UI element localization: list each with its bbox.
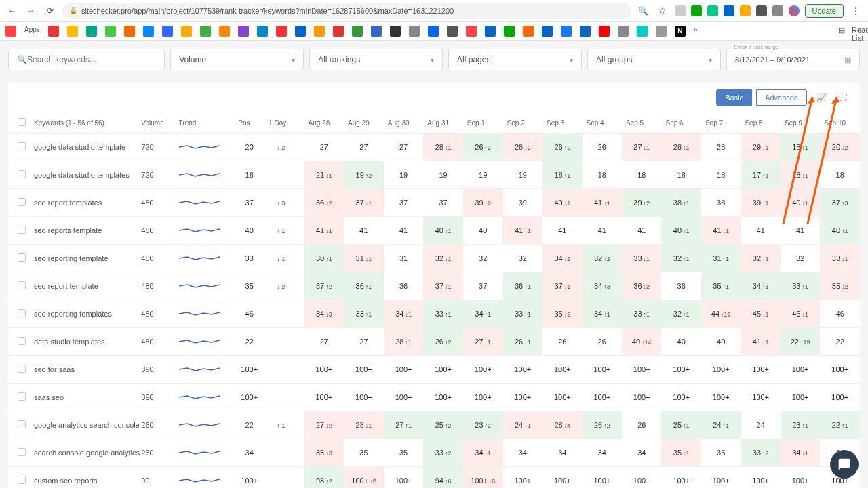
- forward-button[interactable]: →: [24, 4, 38, 18]
- keyword-cell[interactable]: data studio templates: [30, 328, 137, 356]
- bookmark-icon[interactable]: [162, 26, 173, 37]
- avatar[interactable]: [789, 5, 800, 16]
- col-date[interactable]: Sep 5: [622, 113, 661, 134]
- bookmark-icon[interactable]: [238, 26, 249, 37]
- date-range-picker[interactable]: Enter a date range 8/12/2021 – 9/10/2021…: [726, 49, 860, 70]
- bookmark-icon[interactable]: [276, 26, 287, 37]
- col-date[interactable]: Aug 28: [304, 113, 344, 134]
- bookmark-icon[interactable]: [352, 26, 363, 37]
- volume-filter[interactable]: Volume▾: [170, 49, 304, 70]
- bookmark-icon[interactable]: [637, 26, 648, 37]
- bookmark-icon[interactable]: [333, 26, 344, 37]
- groups-filter[interactable]: All groups▾: [587, 49, 721, 70]
- col-date[interactable]: Sep 9: [781, 113, 820, 134]
- col-date[interactable]: Sep 8: [741, 113, 780, 134]
- keyword-cell[interactable]: seo reporting templates: [30, 300, 137, 328]
- col-date[interactable]: Sep 7: [701, 113, 741, 134]
- bookmark-icon[interactable]: N: [675, 26, 686, 37]
- ext-icon[interactable]: [772, 5, 783, 16]
- bookmark-icon[interactable]: [181, 26, 192, 37]
- row-checkbox[interactable]: [18, 365, 26, 373]
- row-checkbox[interactable]: [18, 170, 26, 178]
- keyword-cell[interactable]: google data studio template: [30, 134, 137, 161]
- reload-button[interactable]: ⟳: [43, 4, 57, 18]
- apps-icon[interactable]: [5, 26, 16, 37]
- row-checkbox[interactable]: [18, 253, 26, 262]
- row-checkbox[interactable]: [18, 337, 26, 345]
- row-checkbox[interactable]: [18, 420, 26, 428]
- overflow-icon[interactable]: »: [694, 26, 698, 37]
- bookmark-icon[interactable]: [618, 26, 629, 37]
- row-checkbox[interactable]: [18, 198, 26, 206]
- col-date[interactable]: Aug 31: [423, 113, 462, 134]
- bookmark-icon[interactable]: [105, 26, 116, 37]
- ext-icon[interactable]: [740, 5, 751, 16]
- bookmark-icon[interactable]: [561, 26, 572, 37]
- col-trend[interactable]: Trend: [175, 113, 235, 134]
- row-checkbox[interactable]: [18, 448, 26, 456]
- ext-icon[interactable]: [675, 5, 686, 16]
- bookmark-icon[interactable]: [124, 26, 135, 37]
- bookmark-icon[interactable]: [523, 26, 534, 37]
- puzzle-icon[interactable]: [756, 5, 767, 16]
- row-checkbox[interactable]: [18, 476, 26, 484]
- bookmark-icon[interactable]: [219, 26, 230, 37]
- bookmark-icon[interactable]: [542, 26, 553, 37]
- select-all-checkbox[interactable]: [18, 118, 26, 126]
- bookmark-icon[interactable]: [656, 26, 667, 37]
- update-button[interactable]: Update: [805, 4, 844, 18]
- col-date[interactable]: Sep 2: [503, 113, 542, 134]
- col-pos[interactable]: Pos: [234, 113, 264, 134]
- bookmark-icon[interactable]: [409, 26, 420, 37]
- row-checkbox[interactable]: [18, 309, 26, 317]
- address-bar[interactable]: 🔒 sitechecker.pro/app/main/project/10775…: [62, 3, 631, 19]
- bookmark-icon[interactable]: [314, 26, 325, 37]
- keyword-cell[interactable]: custom seo reports: [30, 467, 137, 489]
- fullscreen-icon[interactable]: ⛶: [835, 90, 850, 105]
- bookmark-icon[interactable]: [257, 26, 268, 37]
- col-date[interactable]: Sep 4: [583, 113, 622, 134]
- col-date[interactable]: Aug 30: [384, 113, 423, 134]
- bookmark-icon[interactable]: [200, 26, 211, 37]
- bookmark-icon[interactable]: [485, 26, 496, 37]
- bookmark-icon[interactable]: [371, 26, 382, 37]
- bookmark-icon[interactable]: [447, 26, 458, 37]
- ext-icon[interactable]: [691, 5, 702, 16]
- col-1day[interactable]: 1 Day: [264, 113, 296, 134]
- keyword-cell[interactable]: google analytics search console: [30, 411, 137, 439]
- col-date[interactable]: Sep 1: [463, 113, 503, 134]
- ext-icon[interactable]: [724, 5, 734, 16]
- row-checkbox[interactable]: [18, 392, 26, 401]
- keyword-cell[interactable]: seo report template: [30, 272, 137, 300]
- chat-widget[interactable]: [830, 450, 859, 479]
- ext-icon[interactable]: [707, 5, 718, 16]
- rankings-filter[interactable]: All rankings▾: [309, 49, 443, 70]
- search-icon[interactable]: 🔍: [637, 4, 650, 18]
- keyword-cell[interactable]: google data studio templates: [30, 161, 137, 189]
- row-checkbox[interactable]: [18, 142, 26, 150]
- search-input[interactable]: [27, 55, 156, 64]
- chart-icon[interactable]: 📈: [814, 90, 829, 105]
- row-checkbox[interactable]: [18, 281, 26, 289]
- bookmark-icon[interactable]: [504, 26, 515, 37]
- bookmark-icon[interactable]: [428, 26, 439, 37]
- bookmark-icon[interactable]: [390, 26, 401, 37]
- keyword-cell[interactable]: search console google analytics: [30, 439, 137, 467]
- keyword-cell[interactable]: seo report templates: [30, 189, 137, 217]
- col-keywords[interactable]: Keywords (1 - 56 of 56): [30, 113, 137, 134]
- star-icon[interactable]: ☆: [656, 4, 669, 18]
- back-button[interactable]: ←: [5, 4, 19, 18]
- advanced-mode-button[interactable]: Advanced: [756, 89, 807, 106]
- col-date[interactable]: Sep 6: [661, 113, 701, 134]
- bookmark-icon[interactable]: [580, 26, 591, 37]
- bookmark-icon[interactable]: [67, 26, 78, 37]
- bookmark-icon[interactable]: [143, 26, 154, 37]
- menu-icon[interactable]: ⋮: [849, 4, 863, 18]
- reading-list[interactable]: ▤ Reading List: [838, 26, 863, 37]
- bookmark-icon[interactable]: [599, 26, 610, 37]
- keyword-cell[interactable]: seo reporting template: [30, 245, 137, 272]
- bookmark-icon[interactable]: [466, 26, 477, 37]
- keyword-cell[interactable]: seo for saas: [30, 356, 137, 384]
- col-date[interactable]: Sep 10: [820, 113, 860, 134]
- col-date[interactable]: Aug 29: [344, 113, 384, 134]
